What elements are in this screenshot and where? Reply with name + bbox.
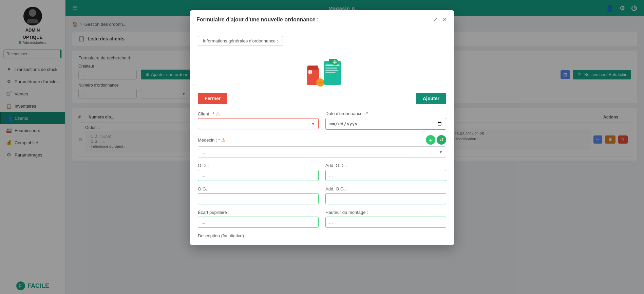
svg-rect-11 bbox=[325, 65, 340, 66]
date-input[interactable] bbox=[325, 118, 446, 130]
medecin-label: Médecin : * ⚠ + ↺ bbox=[198, 135, 446, 145]
ajouter-button[interactable]: Ajouter bbox=[416, 93, 446, 104]
medecin-row: Médecin : * ⚠ + ↺ ▼ bbox=[198, 135, 446, 158]
description-group: Description (facultative) : bbox=[198, 233, 446, 238]
hauteur-label: Hauteur du montage : bbox=[325, 210, 446, 215]
medecin-group: Médecin : * ⚠ + ↺ ▼ bbox=[198, 135, 446, 158]
doctor-plus-button[interactable]: + bbox=[426, 135, 435, 145]
modal-title: Formulaire d'ajout d'une nouvelle ordonn… bbox=[196, 17, 319, 23]
modal-body: Informations générales d'ordonnance : bbox=[190, 29, 454, 245]
ecart-group: Écart pupillaire : bbox=[198, 210, 319, 228]
svg-rect-13 bbox=[325, 70, 338, 71]
og-label: O.G. : bbox=[198, 186, 319, 191]
modal-overlay[interactable]: Formulaire d'ajout d'une nouvelle ordonn… bbox=[0, 0, 644, 294]
add-od-input[interactable] bbox=[325, 170, 446, 181]
modal: Formulaire d'ajout d'une nouvelle ordonn… bbox=[190, 10, 454, 245]
doctor-add-buttons: + ↺ bbox=[426, 135, 446, 145]
client-group: Client : * ⚠ ▼ bbox=[198, 111, 319, 130]
ecart-label: Écart pupillaire : bbox=[198, 210, 319, 215]
svg-rect-14 bbox=[325, 72, 336, 73]
client-label: Client : * ⚠ bbox=[198, 111, 319, 116]
date-group: Date d'ordonnance : * bbox=[325, 111, 446, 130]
og-group: O.G. : bbox=[198, 186, 319, 204]
modal-tab[interactable]: Informations générales d'ordonnance : bbox=[198, 36, 283, 46]
hauteur-group: Hauteur du montage : bbox=[325, 210, 446, 228]
add-od-label: Add. O.D. : bbox=[325, 163, 446, 168]
medecin-input[interactable] bbox=[198, 146, 446, 158]
client-date-row: Client : * ⚠ ▼ Date d'ordonnance : * bbox=[198, 111, 446, 130]
modal-actions: Fermer Ajouter bbox=[198, 93, 446, 104]
od-label: O.D. : bbox=[198, 163, 319, 168]
add-og-group: Add. O.G. : bbox=[325, 186, 446, 204]
client-warning-icon: ⚠ bbox=[216, 111, 220, 116]
modal-expand-button[interactable]: ⤢ bbox=[433, 16, 438, 23]
date-label: Date d'ordonnance : * bbox=[325, 111, 446, 116]
modal-controls: ⤢ ✕ bbox=[433, 16, 448, 23]
add-og-label: Add. O.G. : bbox=[325, 186, 446, 191]
od-row: O.D. : Add. O.D. : bbox=[198, 163, 446, 181]
description-label: Description (facultative) : bbox=[198, 233, 446, 238]
svg-rect-12 bbox=[325, 68, 337, 69]
ecart-hauteur-row: Écart pupillaire : Hauteur du montage : bbox=[198, 210, 446, 228]
medecin-dropdown[interactable]: ▼ bbox=[198, 146, 446, 158]
fermer-button[interactable]: Fermer bbox=[198, 93, 227, 104]
medecin-warning-icon: ⚠ bbox=[221, 137, 226, 143]
doctor-refresh-button[interactable]: ↺ bbox=[437, 135, 446, 145]
od-input[interactable] bbox=[198, 170, 319, 181]
add-og-input[interactable] bbox=[325, 193, 446, 204]
doctor-row-wrapper: Médecin : * ⚠ + ↺ ▼ bbox=[198, 135, 446, 158]
modal-illustration bbox=[198, 53, 446, 90]
client-input[interactable] bbox=[198, 118, 319, 129]
modal-close-button[interactable]: ✕ bbox=[442, 16, 448, 23]
modal-header: Formulaire d'ajout d'une nouvelle ordonn… bbox=[190, 10, 454, 29]
og-input[interactable] bbox=[198, 193, 319, 204]
prescription-illustration bbox=[302, 53, 342, 90]
svg-rect-3 bbox=[307, 66, 318, 70]
od-group: O.D. : bbox=[198, 163, 319, 181]
og-row: O.G. : Add. O.G. : bbox=[198, 186, 446, 204]
add-od-group: Add. O.D. : bbox=[325, 163, 446, 181]
ecart-input[interactable] bbox=[198, 217, 319, 228]
client-dropdown[interactable]: ▼ bbox=[198, 118, 319, 129]
hauteur-input[interactable] bbox=[325, 217, 446, 228]
